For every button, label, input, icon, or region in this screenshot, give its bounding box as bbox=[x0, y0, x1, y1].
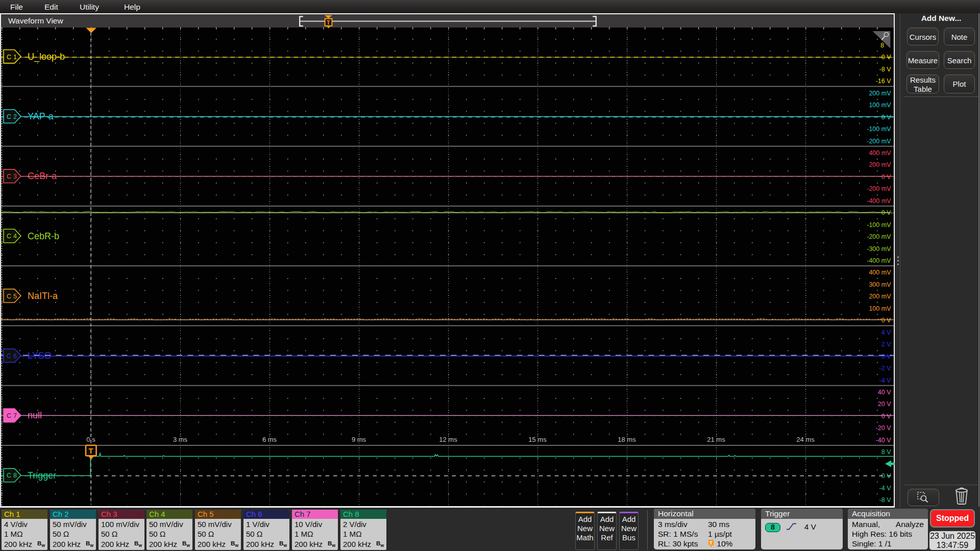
svg-text:T: T bbox=[709, 540, 713, 545]
svg-text:C 6: C 6 bbox=[7, 353, 17, 360]
svg-text:C 8: C 8 bbox=[7, 472, 17, 479]
svg-text:C 4: C 4 bbox=[7, 233, 17, 240]
svg-text:T: T bbox=[327, 19, 330, 26]
svg-text:T: T bbox=[89, 447, 93, 455]
svg-text:C 7: C 7 bbox=[7, 412, 17, 419]
svg-text:C 3: C 3 bbox=[7, 173, 17, 180]
svg-text:C 1: C 1 bbox=[7, 54, 17, 61]
svg-text:C 5: C 5 bbox=[7, 293, 17, 300]
svg-text:C 2: C 2 bbox=[7, 113, 17, 120]
